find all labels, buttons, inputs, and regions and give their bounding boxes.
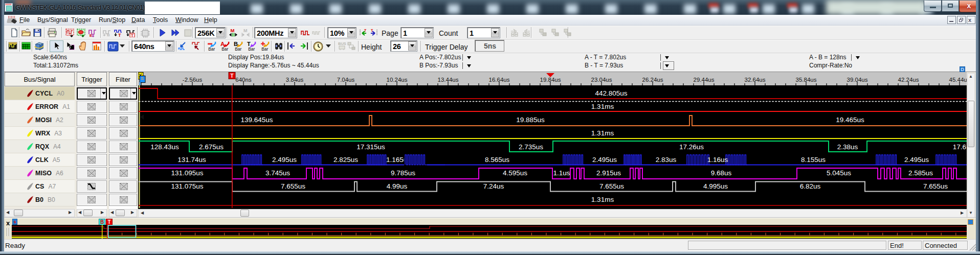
svg-text:23.04us: 23.04us [591,77,612,83]
svg-text:3.84us: 3.84us [286,77,304,83]
svg-text:T: T [118,33,121,37]
svg-text:10.24us: 10.24us [387,77,408,83]
svg-text:8.155us: 8.155us [801,156,826,164]
svg-text:5.045us: 5.045us [827,169,851,177]
svg-text:T: T [371,29,373,32]
svg-text:39.04us: 39.04us [847,77,868,83]
svg-text:Bar: Bar [261,47,268,51]
svg-text:2.38us: 2.38us [837,143,858,151]
svg-text:1.31ms: 1.31ms [591,103,614,110]
svg-text:6.82us: 6.82us [800,182,821,190]
svg-text:131.075us: 131.075us [171,182,203,190]
svg-text:T: T [131,33,133,37]
svg-text:9.785us: 9.785us [391,169,415,177]
svg-text:1.1us: 1.1us [553,169,570,177]
svg-text:T: T [230,73,234,79]
svg-text:2.83us: 2.83us [656,156,677,164]
svg-text:E: E [90,33,93,37]
svg-text:-2.56us: -2.56us [183,77,203,83]
svg-text:45.44us: 45.44us [949,77,967,83]
svg-text:26.24us: 26.24us [642,77,663,83]
svg-text:7.24us: 7.24us [483,182,504,190]
svg-text:2.735us: 2.735us [519,143,543,151]
svg-text:2.495us: 2.495us [904,156,929,164]
svg-text:128.43us: 128.43us [150,143,179,151]
svg-text:BUS: BUS [338,41,346,46]
svg-text:19.465us: 19.465us [836,116,864,124]
svg-text:2.675us: 2.675us [199,143,224,151]
svg-text:2.825us: 2.825us [333,156,358,164]
svg-text:1.31ms: 1.31ms [591,129,614,137]
svg-text:4.595us: 4.595us [503,169,527,177]
svg-text:2.495us: 2.495us [272,156,297,164]
svg-text:8.565us: 8.565us [485,156,509,164]
svg-text:7.655us: 7.655us [281,182,305,190]
svg-text:16.64us: 16.64us [489,77,510,83]
svg-text:B: B [234,41,238,47]
svg-text:131.74us: 131.74us [177,156,206,164]
svg-text:7.655us: 7.655us [923,182,948,190]
svg-text:T: T [364,29,367,32]
svg-text:4.99us: 4.99us [387,182,408,190]
svg-text:Bar: Bar [208,47,215,51]
svg-text:M: M [231,28,235,33]
svg-text:A: A [220,41,225,47]
svg-text:2.915us: 2.915us [596,169,621,177]
svg-text:Bar: Bar [248,47,255,51]
svg-text:3.745us: 3.745us [265,169,290,177]
svg-text:Bar: Bar [221,47,228,51]
svg-text:640ns: 640ns [235,77,252,83]
svg-text:7.655us: 7.655us [599,182,624,190]
svg-text:1.16us: 1.16us [707,156,728,164]
svg-text:B: B [107,33,110,37]
svg-text:Bar: Bar [235,47,241,51]
svg-text:29.44us: 29.44us [694,77,715,83]
svg-text:131.095us: 131.095us [171,169,203,177]
svg-text:19.885us: 19.885us [516,116,545,124]
svg-text:32.64us: 32.64us [745,77,766,83]
svg-text:17.26us: 17.26us [679,143,704,151]
svg-text:42.24us: 42.24us [898,77,919,83]
svg-text:T: T [247,41,251,47]
svg-text:13.44us: 13.44us [438,77,459,83]
svg-text:17.315us: 17.315us [357,143,385,151]
svg-text:4.995us: 4.995us [703,182,728,190]
svg-text:17.6: 17.6 [953,143,966,151]
svg-text:19.84us: 19.84us [540,77,561,83]
svg-text:9.68us: 9.68us [711,169,732,177]
svg-text:M: M [243,28,248,33]
svg-text:35.84us: 35.84us [796,77,817,83]
svg-text:7.04us: 7.04us [337,77,355,83]
svg-text:139.645us: 139.645us [240,116,273,124]
svg-text:1.31ms: 1.31ms [591,196,614,203]
svg-text:2.585us: 2.585us [908,169,933,177]
svg-text:442.805us: 442.805us [595,89,627,97]
svg-text:2.495us: 2.495us [592,156,617,164]
